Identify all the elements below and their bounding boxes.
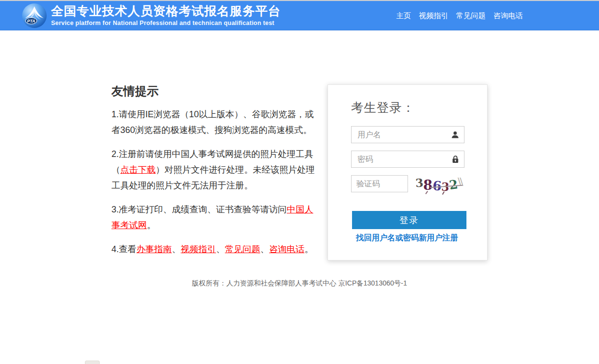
user-icon <box>451 130 460 139</box>
brand: PTA 全国专业技术人员资格考试报名服务平台 Service platform … <box>22 3 281 28</box>
phone-link[interactable]: 咨询电话 <box>269 244 304 254</box>
tip-resources: 4.查看办事指南、视频指引、常见问题、咨询电话。 <box>111 241 318 257</box>
nav-faq[interactable]: 常见问题 <box>456 11 486 20</box>
svg-text:PTA: PTA <box>27 18 35 23</box>
tip-text: 。 <box>304 244 313 254</box>
register-link[interactable]: 新用户注册 <box>419 233 458 243</box>
nav-home[interactable]: 主页 <box>396 11 411 20</box>
nav-video-guide[interactable]: 视频指引 <box>419 11 448 20</box>
username-field <box>351 126 464 143</box>
header: PTA 全国专业技术人员资格考试报名服务平台 Service platform … <box>0 1 599 30</box>
captcha-digit: 2 <box>448 178 459 191</box>
tips-heading: 友情提示 <box>111 84 318 98</box>
captcha-row: 3 8 6 3 2 \\ <box>351 175 464 193</box>
tip-text: 、 <box>216 244 225 254</box>
video-guide-link[interactable]: 视频指引 <box>181 244 216 254</box>
tip-photo-tool: 2.注册前请使用中国人事考试网提供的照片处理工具（点击下载）对照片文件进行处理。… <box>111 146 318 193</box>
login-title: 考生登录： <box>351 100 464 116</box>
site-subtitle: Service platform for National Profession… <box>51 20 281 26</box>
brand-text: 全国专业技术人员资格考试报名服务平台 Service platform for … <box>51 4 281 26</box>
captcha-digit: 6 <box>432 179 442 192</box>
service-guide-link[interactable]: 办事指南 <box>136 244 172 254</box>
tip-text: 、 <box>172 244 181 254</box>
login-panel: 考生登录： <box>327 84 488 260</box>
lock-icon <box>451 155 460 164</box>
captcha-noise-slashes: \\ <box>458 177 462 187</box>
captcha-digit: 3 <box>415 177 424 188</box>
password-input[interactable] <box>351 151 464 168</box>
panel-links: 找回用户名或密码 新用户注册 <box>356 233 456 243</box>
login-button[interactable]: 登录 <box>352 211 466 229</box>
username-input[interactable] <box>351 126 464 143</box>
pta-logo-icon: PTA <box>22 3 47 28</box>
password-field <box>351 151 464 168</box>
forgot-credentials-link[interactable]: 找回用户名或密码 <box>356 233 419 243</box>
tip-text: 、 <box>260 244 269 254</box>
captcha-digit: 3 <box>441 181 449 193</box>
bottom-edge-artifact <box>85 361 100 364</box>
faq-link[interactable]: 常见问题 <box>225 244 260 254</box>
tip-text: 4.查看 <box>111 244 136 254</box>
footer: 版权所有：人力资源和社会保障部人事考试中心 京ICP备13013060号-1 <box>0 279 599 288</box>
tip-text: 。 <box>147 220 156 230</box>
tip-cpta-site: 3.准考证打印、成绩查询、证书查验等请访问中国人事考试网。 <box>111 202 318 233</box>
tips-section: 友情提示 1.请使用IE浏览器（10以上版本）、谷歌浏览器，或者360浏览器的极… <box>111 84 318 257</box>
header-nav: 主页 视频指引 常见问题 咨询电话 <box>388 11 523 20</box>
site-title: 全国专业技术人员资格考试报名服务平台 <box>51 4 281 18</box>
captcha-digit: 8 <box>423 179 433 192</box>
tip-text: 1.请使用IE浏览器（10以上版本）、谷歌浏览器，或者360浏览器的极速模式、搜… <box>111 109 314 135</box>
tip-browser: 1.请使用IE浏览器（10以上版本）、谷歌浏览器，或者360浏览器的极速模式、搜… <box>111 106 318 138</box>
main-content: 友情提示 1.请使用IE浏览器（10以上版本）、谷歌浏览器，或者360浏览器的极… <box>111 84 488 260</box>
captcha-input[interactable] <box>351 175 408 192</box>
captcha-image[interactable]: 3 8 6 3 2 \\ <box>415 176 464 193</box>
tip-text: 3.准考证打印、成绩查询、证书查验等请访问 <box>111 205 287 214</box>
copyright-text: 版权所有：人力资源和社会保障部人事考试中心 京ICP备13013060号-1 <box>192 279 407 287</box>
nav-phone[interactable]: 咨询电话 <box>493 11 523 20</box>
download-photo-tool-link[interactable]: 点击下载 <box>120 165 156 175</box>
